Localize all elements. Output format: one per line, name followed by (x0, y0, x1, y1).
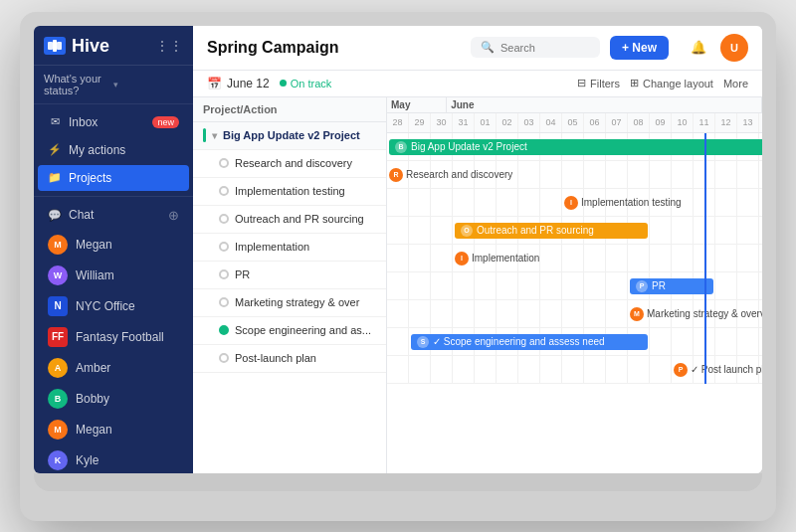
sidebar-item-inbox[interactable]: ✉ Inbox new (38, 109, 189, 135)
gantt-cell (475, 299, 497, 327)
user-name: William (76, 268, 114, 282)
sidebar-user-bobby[interactable]: B Bobby (38, 384, 189, 414)
sidebar-user-amber[interactable]: A Amber (38, 353, 189, 383)
gantt-cell (694, 327, 715, 355)
gantt-cell (694, 244, 715, 271)
gantt-cell (737, 244, 759, 271)
sidebar-user-megan2[interactable]: M Megan (38, 415, 189, 444)
gantt-day-label: 08 (628, 113, 650, 132)
bar-avatar: B (395, 141, 407, 153)
bar-text: Research and discovery (406, 169, 512, 180)
sidebar-user-megan[interactable]: M Megan (38, 230, 189, 260)
avatar: M (48, 235, 68, 255)
gantt-bar[interactable]: PPR (630, 278, 713, 294)
bar-text: Implementation (472, 253, 539, 264)
page-title: Spring Campaign (207, 39, 338, 57)
task-row[interactable]: PR (193, 262, 386, 289)
search-icon: 🔍 (481, 41, 495, 54)
sidebar-item-my-actions[interactable]: ⚡ My actions (38, 137, 189, 163)
gantt-month-june: June (447, 97, 762, 112)
gantt-cell (759, 271, 762, 299)
task-row[interactable]: Scope engineering and as... (193, 317, 386, 345)
subbar-right: ⊟ Filters ⊞ Change layout More (577, 77, 748, 89)
sidebar-user-william[interactable]: W William (38, 261, 189, 290)
gantt-header-area: MayJune282930310102030405060708091011121… (387, 97, 762, 133)
gantt-bar[interactable]: OOutreach and PR sourcing (455, 223, 648, 239)
gantt-cell (497, 188, 518, 216)
gantt-cell (650, 216, 672, 244)
gantt-cell (387, 355, 409, 383)
gantt-day-label: 09 (650, 113, 672, 132)
sidebar-chat-section: 💬 Chat ⊕ M Megan W William N NYC Office (34, 197, 193, 473)
bar-avatar: I (455, 252, 469, 266)
gantt-cell (715, 327, 737, 355)
task-name: Big App Update v2 Project (223, 129, 376, 141)
task-name: Implementation (235, 241, 376, 253)
gantt-bar-label: IImplementation testing (564, 195, 713, 211)
gantt-row: IImplementation (387, 245, 762, 272)
task-status-dot (219, 325, 229, 335)
sidebar-logo: Hive (44, 36, 109, 57)
gantt-cell (759, 244, 762, 271)
more-button[interactable]: More (723, 78, 748, 89)
task-row[interactable]: Post-launch plan (193, 345, 386, 373)
notifications-icon[interactable]: 🔔 (685, 34, 712, 62)
gantt-cell (715, 188, 737, 216)
gantt-cell (387, 188, 409, 216)
gantt-cell (431, 299, 453, 327)
bar-avatar: R (389, 168, 403, 182)
laptop-base (34, 473, 762, 491)
sidebar-user-kyle[interactable]: K Kyle (38, 445, 189, 473)
task-row[interactable]: Implementation testing (193, 178, 386, 206)
gantt-cell (409, 355, 431, 383)
group-icon: N (48, 296, 68, 316)
sidebar-item-chat[interactable]: 💬 Chat ⊕ (38, 202, 189, 229)
add-chat-icon[interactable]: ⊕ (168, 208, 179, 223)
sidebar-status[interactable]: What's your status? ▾ (34, 66, 193, 104)
gantt-day-label: 13 (737, 113, 759, 132)
bar-text: Implementation testing (581, 197, 682, 208)
new-button[interactable]: + New (610, 36, 669, 60)
filters-button[interactable]: ⊟ Filters (577, 77, 620, 89)
search-input[interactable] (500, 42, 590, 54)
grid-icon[interactable]: ⋮⋮ (155, 38, 183, 54)
bar-label: PR (652, 280, 666, 291)
gantt-bar[interactable]: BBig App Update v2 Project (389, 139, 762, 155)
task-status-dot (219, 158, 229, 168)
gantt-cell (562, 299, 584, 327)
task-row[interactable]: ▾ Big App Update v2 Project (193, 122, 386, 150)
task-row[interactable]: Research and discovery (193, 150, 386, 178)
gantt-bar[interactable]: S✓ Scope engineering and assess need (411, 334, 648, 350)
change-layout-button[interactable]: ⊞ Change layout (630, 77, 713, 89)
user-avatar[interactable]: U (720, 34, 748, 62)
gantt-cell (737, 160, 759, 188)
gantt-cell (431, 271, 453, 299)
status-dot (280, 80, 287, 87)
gantt-row: MMarketing strategy & overview (387, 300, 762, 328)
chevron-down-icon: ▾ (113, 80, 183, 89)
sidebar-header: Hive ⋮⋮ (34, 26, 193, 66)
gantt-day-label: 31 (453, 113, 475, 132)
gantt-chart[interactable]: MayJune282930310102030405060708091011121… (387, 97, 762, 473)
task-row[interactable]: Outreach and PR sourcing (193, 206, 386, 234)
sidebar-group-nyc-office[interactable]: N NYC Office (38, 291, 189, 321)
gantt-cell (584, 244, 606, 271)
sidebar-item-label: Projects (69, 171, 111, 185)
search-bar[interactable]: 🔍 (471, 37, 600, 58)
gantt-day-label: 07 (606, 113, 628, 132)
sidebar-group-fantasy-football[interactable]: FF Fantasy Football (38, 322, 189, 352)
task-row[interactable]: Marketing strategy & over (193, 289, 386, 317)
task-row[interactable]: Implementation (193, 234, 386, 262)
gantt-cell (431, 216, 453, 244)
user-name: Kyle (76, 453, 99, 467)
gantt-cell (650, 355, 672, 383)
topbar: Spring Campaign 🔍 + New 🔔 U (193, 26, 762, 71)
on-track-status: On track (280, 78, 332, 89)
gantt-bar-label: MMarketing strategy & overview (630, 306, 762, 322)
bar-label: Outreach and PR sourcing (477, 225, 594, 236)
gantt-cell (584, 355, 606, 383)
gantt-bar-label: IImplementation (455, 251, 582, 266)
gantt-cell (606, 160, 628, 188)
sidebar-item-projects[interactable]: 📁 Projects (38, 165, 189, 191)
svg-rect-0 (48, 42, 53, 50)
